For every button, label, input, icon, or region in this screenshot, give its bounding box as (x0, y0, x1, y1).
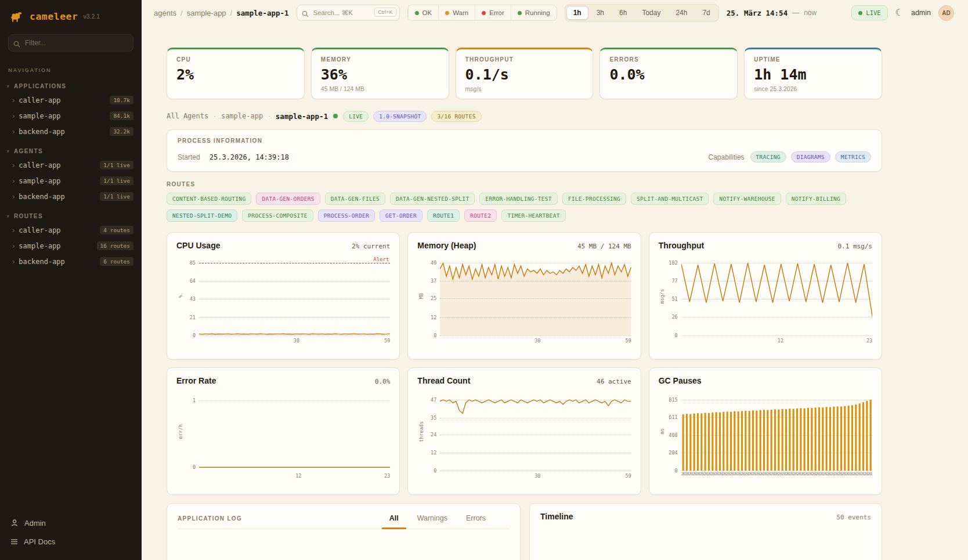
route-chip[interactable]: TIMER-HEARTBEAT (501, 209, 565, 222)
log-tabs: AllWarningsErrors (382, 512, 493, 529)
sidebar-group-items: › caller-app 4 routes › sample-app 16 ro… (0, 222, 142, 269)
route-chip[interactable]: GET-ORDER (380, 209, 422, 222)
sidebar-item-badge: 6 routes (100, 257, 133, 266)
application-log-card: APPLICATION LOG AllWarningsErrors (167, 503, 521, 560)
sidebar-item[interactable]: › sample-app 16 routes (0, 238, 142, 254)
sidebar-group: ▾ AGENTS › caller-app 1/1 live › sample-… (0, 139, 142, 204)
sidebar-item[interactable]: › sample-app 84.1k (0, 108, 142, 124)
sidebar-group-header[interactable]: ▾ ROUTES (0, 204, 142, 222)
log-tab[interactable]: All (382, 512, 406, 529)
sidebar-group: ▾ APPLICATIONS › caller-app 10.7k › samp… (0, 74, 142, 139)
memory-heap-chart: Memory (Heap) 45 MB / 124 MB MB 01225374… (407, 232, 641, 360)
chevron-right-icon: › (12, 96, 15, 104)
y-axis: 01 (184, 392, 199, 471)
datetime-display[interactable]: 25. März 14:54 — now (727, 9, 817, 17)
time-range-button[interactable]: 3h (590, 6, 611, 20)
chart-title: GC Pauses (659, 376, 702, 385)
plot-area (440, 257, 631, 335)
sidebar-item[interactable]: › caller-app 1/1 live (0, 157, 142, 173)
capability-chip: TRACING (750, 151, 786, 162)
sidebar-group: ▾ ROUTES › caller-app 4 routes › sample-… (0, 204, 142, 269)
error-rate-chart: Error Rate 0.0% err/h 01 1223 (167, 367, 400, 495)
time-range-button[interactable]: 6h (612, 6, 634, 20)
route-chip[interactable]: ROUTE1 (427, 209, 460, 222)
route-chip[interactable]: DATA-GEN-NESTED-SPLIT (390, 193, 475, 205)
route-chip[interactable]: DATA-GEN-FILES (325, 193, 385, 205)
time-range-selector: 1h3h6hToday24h7d (565, 4, 719, 21)
route-chip[interactable]: ROUTE2 (464, 209, 497, 222)
route-chip[interactable]: CONTENT-BASED-ROUTING (167, 193, 251, 205)
route-chip[interactable]: NOTIFY-WAREHOUSE (713, 193, 781, 205)
capability-chips: TRACINGDIAGRAMSMETRICS (750, 151, 871, 162)
route-chip[interactable]: SPLIT-AND-MULTICAST (631, 193, 709, 205)
app-version: v3.2.1 (83, 13, 100, 20)
sidebar-group-header[interactable]: ▾ AGENTS (0, 139, 142, 157)
y-axis-label: threads (417, 392, 425, 471)
filter-input[interactable] (8, 34, 133, 52)
search-icon (302, 9, 309, 20)
sidebar-item-admin[interactable]: Admin (0, 514, 142, 532)
sidebar-group-label: APPLICATIONS (14, 83, 67, 89)
chevron-right-icon: › (12, 258, 15, 265)
sidebar-footer: Admin API Docs (0, 508, 142, 560)
route-chip[interactable]: DATA-GEN-ORDERS (256, 193, 320, 205)
time-range-button[interactable]: 7d (695, 6, 717, 20)
sidebar-item[interactable]: › caller-app 4 routes (0, 222, 142, 238)
sidebar-item[interactable]: › sample-app 1/1 live (0, 173, 142, 189)
search-icon (13, 39, 20, 50)
time-range-button[interactable]: Today (635, 6, 667, 20)
route-chip[interactable]: FILE-PROCESSING (562, 193, 626, 205)
status-dot (482, 11, 486, 15)
sidebar-filter (8, 34, 133, 52)
sidebar-group-label: ROUTES (14, 213, 43, 219)
route-chip[interactable]: PROCESS-COMPOSITE (242, 209, 313, 222)
breadcrumb-sample-app[interactable]: sample-app (187, 9, 226, 17)
stat-sub (609, 85, 728, 93)
dark-mode-toggle[interactable]: ☾ (895, 8, 904, 17)
sidebar-item[interactable]: › caller-app 10.7k (0, 92, 142, 108)
live-status-badge[interactable]: LIVE (851, 5, 887, 20)
sidebar-item-badge: 1/1 live (100, 176, 133, 185)
status-badge: LIVE (343, 111, 369, 122)
chevron-right-icon: › (12, 193, 15, 200)
content: CPU 2% MEMORY 36% 45 MB / 124 MB THROUGH… (142, 26, 968, 560)
datetime-value: 25. März 14:54 (727, 9, 788, 17)
x-axis: 1223 (199, 471, 390, 481)
live-dot (858, 11, 862, 15)
log-tab[interactable]: Warnings (410, 512, 455, 529)
avatar[interactable]: AD (938, 5, 954, 21)
sidebar-group-header[interactable]: ▾ APPLICATIONS (0, 74, 142, 92)
sidebar-item[interactable]: › backend-app 32.2k (0, 124, 142, 139)
route-chip[interactable]: ERROR-HANDLING-TEST (479, 193, 557, 205)
started-label: Started (178, 153, 200, 161)
sidebar-item[interactable]: › backend-app 1/1 live (0, 189, 142, 204)
sidebar-item-label: caller-app (19, 161, 60, 169)
sidebar-item-label: caller-app (19, 96, 60, 104)
route-chip[interactable]: NOTIFY-BILLING (786, 193, 846, 205)
process-information-card: PROCESS INFORMATION Started 25.3.2026, 1… (167, 129, 882, 172)
chevron-right-icon: › (12, 177, 15, 185)
legend-label: Warn (453, 9, 468, 16)
moon-icon: ☾ (895, 8, 904, 17)
stat-card: THROUGHPUT 0.1/s msg/s (456, 48, 594, 99)
agent-crumb-app[interactable]: sample-app (221, 112, 263, 120)
sidebar-group-label: AGENTS (14, 148, 43, 154)
sidebar-groups: ▾ APPLICATIONS › caller-app 10.7k › samp… (0, 74, 142, 269)
log-tab[interactable]: Errors (458, 512, 493, 529)
legend-label: Running (525, 9, 550, 16)
time-range-button[interactable]: 24h (669, 6, 694, 20)
sidebar-item-api-docs[interactable]: API Docs (0, 532, 142, 551)
stat-sub (176, 85, 295, 93)
breadcrumb-agents[interactable]: agents (154, 9, 176, 17)
legend-item: OK (408, 5, 439, 20)
route-chip[interactable]: PROCESS-ORDER (318, 209, 375, 222)
agent-crumb-all[interactable]: All Agents (167, 112, 208, 120)
topbar: agents / sample-app / sample-app-1 Ctrl+… (142, 0, 968, 26)
time-range-button[interactable]: 1h (566, 6, 588, 20)
y-axis: 012243547 (425, 392, 440, 471)
stat-sub: 45 MB / 124 MB (321, 85, 439, 93)
stat-label: CPU (176, 56, 295, 63)
route-chip[interactable]: NESTED-SPLIT-DEMO (167, 209, 237, 222)
sidebar-item[interactable]: › backend-app 6 routes (0, 254, 142, 269)
crumb-separator: · (214, 113, 216, 120)
